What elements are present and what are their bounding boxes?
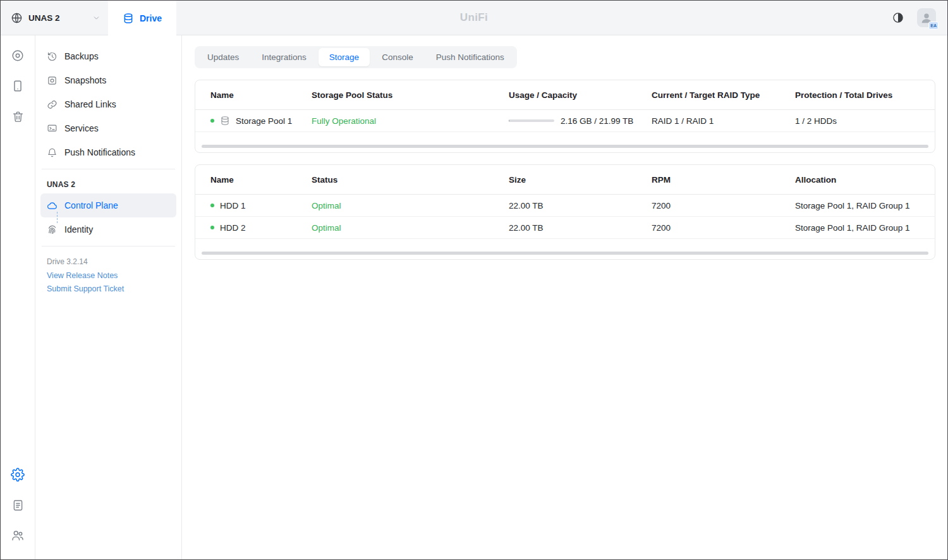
sidebar-item-backups[interactable]: Backups: [40, 44, 176, 68]
col-name: Name: [210, 175, 312, 185]
sidebar-divider: [42, 246, 175, 247]
drive-size: 22.00 TB: [509, 201, 652, 210]
users-icon[interactable]: [6, 524, 29, 547]
tab-integrations[interactable]: Integrations: [251, 48, 317, 66]
bell-icon: [47, 147, 58, 158]
status-dot: [210, 226, 214, 229]
trash-icon[interactable]: [6, 105, 29, 128]
drive-name-cell: HDD 1: [210, 201, 312, 210]
drive-allocation: Storage Pool 1, RAID Group 1: [795, 223, 927, 233]
disc-icon[interactable]: [6, 44, 29, 67]
usage-bar-fill: [509, 119, 509, 122]
col-pool-status: Storage Pool Status: [312, 90, 509, 100]
sidebar-item-label: Identity: [64, 224, 93, 234]
pool-name-cell: Storage Pool 1: [210, 116, 312, 126]
drive-name-cell: HDD 2: [210, 223, 312, 233]
table-row-hdd-1[interactable]: HDD 1 Optimal 22.00 TB 7200 Storage Pool…: [195, 195, 935, 217]
drive-status: Optimal: [312, 223, 509, 233]
sidebar-item-label: Backups: [64, 51, 99, 61]
col-allocation: Allocation: [795, 175, 927, 185]
sidebar-item-push-notifications[interactable]: Push Notifications: [40, 140, 176, 164]
globe-icon: [11, 12, 23, 24]
pool-raid-type: RAID 1 / RAID 1: [652, 116, 795, 126]
drive-app-label: Drive: [140, 13, 162, 23]
app-icon-rail: [1, 35, 35, 559]
sidebar-item-label: Push Notifications: [64, 147, 135, 157]
unifi-drive-app: UNAS 2 Drive UniFi EA: [0, 0, 948, 560]
link-icon: [47, 99, 58, 110]
tree-connector-line: [57, 212, 58, 223]
scrollbar-thumb[interactable]: [202, 252, 928, 255]
drive-database-icon: [123, 13, 134, 24]
horizontal-scrollbar: [195, 132, 935, 152]
drive-rpm: 7200: [652, 201, 795, 210]
drive-allocation: Storage Pool 1, RAID Group 1: [795, 201, 927, 210]
device-icon[interactable]: [6, 75, 29, 97]
usage-bar: [509, 119, 554, 122]
scrollbar-thumb[interactable]: [202, 145, 928, 148]
drive-app-tab[interactable]: Drive: [108, 1, 176, 35]
status-dot: [210, 119, 214, 123]
col-usage-capacity: Usage / Capacity: [509, 90, 652, 100]
col-size: Size: [509, 175, 652, 185]
storage-pool-icon: [220, 116, 230, 126]
drive-name: HDD 1: [220, 201, 246, 210]
sidebar-item-snapshots[interactable]: Snapshots: [40, 68, 176, 92]
settings-tabs: Updates Integrations Storage Console Pus…: [195, 46, 517, 68]
snapshots-icon: [47, 75, 58, 86]
sidebar-item-identity[interactable]: Identity: [40, 217, 176, 241]
drive-rpm: 7200: [652, 223, 795, 233]
col-rpm: RPM: [652, 175, 795, 185]
drive-status: Optimal: [312, 201, 509, 210]
view-release-notes-link[interactable]: View Release Notes: [40, 269, 176, 282]
console-switcher[interactable]: UNAS 2: [1, 1, 108, 35]
sidebar-item-control-plane[interactable]: Control Plane: [40, 193, 176, 217]
settings-gear-icon[interactable]: [6, 463, 29, 486]
pool-table-header-row: Name Storage Pool Status Usage / Capacit…: [195, 80, 935, 110]
status-dot: [210, 204, 214, 207]
pool-protection: 1 / 2 HDDs: [795, 116, 927, 126]
pool-usage: 2.16 GB / 21.99 TB: [561, 116, 633, 126]
tab-console[interactable]: Console: [371, 48, 424, 66]
horizontal-scrollbar: [195, 239, 935, 259]
services-icon: [47, 123, 58, 134]
drives-table: Name Status Size RPM Allocation HDD 1 Op…: [195, 164, 935, 260]
sidebar-item-shared-links[interactable]: Shared Links: [40, 92, 176, 116]
device-section-title: UNAS 2: [40, 174, 176, 193]
sidebar-item-label: Snapshots: [64, 75, 106, 85]
chevron-down-icon: [92, 14, 100, 22]
table-row-hdd-2[interactable]: HDD 2 Optimal 22.00 TB 7200 Storage Pool…: [195, 217, 935, 239]
sidebar-item-label: Control Plane: [64, 200, 118, 210]
theme-toggle-button[interactable]: [892, 11, 904, 24]
table-row-storage-pool-1[interactable]: Storage Pool 1 Fully Operational 2.16 GB…: [195, 110, 935, 132]
col-status: Status: [312, 175, 509, 185]
pool-usage-cell: 2.16 GB / 21.99 TB: [509, 116, 652, 126]
user-avatar[interactable]: EA: [917, 8, 936, 27]
settings-sidebar: Backups Snapshots Shared Links Services: [35, 35, 182, 559]
tab-storage[interactable]: Storage: [319, 48, 370, 66]
sidebar-item-services[interactable]: Services: [40, 116, 176, 140]
pool-status: Fully Operational: [312, 116, 509, 126]
device-section-items: Control Plane Identity: [40, 193, 176, 241]
storage-pools-table: Name Storage Pool Status Usage / Capacit…: [195, 80, 935, 153]
submit-support-ticket-link[interactable]: Submit Support Ticket: [40, 282, 176, 295]
col-protection-drives: Protection / Total Drives: [795, 90, 927, 100]
app-shell: Backups Snapshots Shared Links Services: [1, 35, 947, 559]
unifi-logo: UniFi: [460, 11, 489, 24]
col-name: Name: [210, 90, 312, 100]
drive-table-header-row: Name Status Size RPM Allocation: [195, 165, 935, 195]
drive-version-label: Drive 3.2.14: [40, 251, 176, 269]
tab-updates[interactable]: Updates: [197, 48, 250, 66]
cloud-icon: [47, 200, 58, 211]
sidebar-item-label: Shared Links: [64, 99, 116, 109]
fingerprint-icon: [47, 224, 58, 235]
sidebar-divider: [42, 169, 175, 169]
sidebar-item-label: Services: [64, 123, 99, 133]
pool-name: Storage Pool 1: [236, 116, 292, 126]
console-name: UNAS 2: [28, 13, 60, 23]
logs-icon[interactable]: [6, 494, 29, 516]
backups-icon: [47, 51, 58, 62]
topbar: UNAS 2 Drive UniFi EA: [1, 1, 947, 35]
tab-push-notifications[interactable]: Push Notifications: [425, 48, 515, 66]
drive-name: HDD 2: [220, 223, 246, 233]
